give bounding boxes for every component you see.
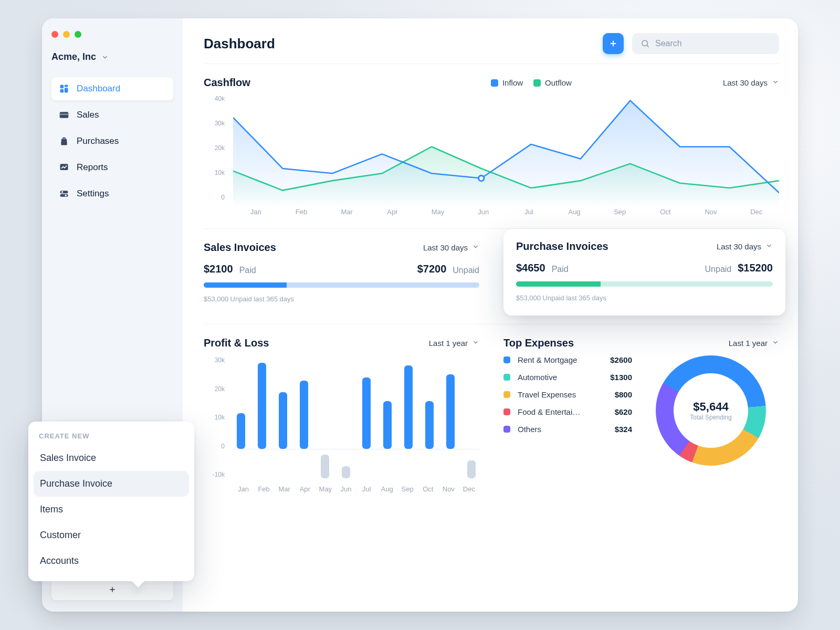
expense-label: Others	[518, 425, 607, 434]
cashflow-range[interactable]: Last 30 days	[723, 78, 779, 87]
expense-row: Food & Entertai…$620	[503, 407, 632, 416]
cashflow-title: Cashflow	[204, 77, 250, 89]
create-item-accounts[interactable]: Accounts	[34, 548, 189, 574]
chevron-down-icon	[772, 339, 779, 348]
expense-row: Automotive$1300	[503, 373, 632, 382]
sidebar-nav: DashboardSalesPurchasesReportsSettings	[51, 77, 173, 205]
sales-progress	[204, 282, 479, 288]
page-title: Dashboard	[204, 36, 275, 52]
sidebar-item-label: Dashboard	[77, 83, 120, 94]
expenses-donut: $5,644 Total Spending	[656, 355, 766, 466]
sidebar-item-label: Purchases	[77, 136, 119, 146]
minimize-icon[interactable]	[63, 31, 70, 38]
org-switcher[interactable]: Acme, Inc	[51, 51, 173, 62]
main-content: Dashboard Search Cashflow Inflow Outflow	[183, 18, 798, 612]
add-button[interactable]	[51, 579, 173, 600]
chevron-down-icon	[101, 54, 109, 61]
sidebar-bottom: CREATE NEW Sales InvoicePurchase Invoice…	[51, 572, 173, 600]
purchase-invoices-card: Purchase Invoices Last 30 days $4650 Pai…	[503, 229, 785, 316]
close-icon[interactable]	[51, 31, 58, 38]
expense-amount: $620	[615, 407, 632, 416]
sidebar-item-settings[interactable]: Settings	[51, 182, 173, 205]
search-icon	[640, 39, 650, 48]
bag-icon	[59, 136, 69, 146]
color-chip	[503, 356, 510, 363]
create-item-purchase-invoice[interactable]: Purchase Invoice	[34, 471, 189, 497]
chevron-down-icon	[765, 242, 773, 251]
top-expenses-card: Top Expenses Last 1 year Rent & Mortgage…	[503, 334, 779, 496]
org-name: Acme, Inc	[51, 51, 96, 62]
sidebar-item-label: Reports	[77, 162, 108, 173]
svg-point-17	[479, 175, 484, 181]
sidebar-item-reports[interactable]: Reports	[51, 156, 173, 179]
sidebar-item-label: Settings	[77, 188, 109, 199]
sidebar-item-dashboard[interactable]: Dashboard	[51, 77, 173, 100]
donut-total: $5,644	[693, 400, 728, 414]
expense-amount: $800	[615, 390, 632, 399]
sales-unpaid-amount: $7200	[417, 263, 447, 275]
purchase-title: Purchase Invoices	[516, 240, 608, 253]
sales-paid-label: Paid	[239, 266, 256, 275]
create-item-sales-invoice[interactable]: Sales Invoice	[34, 445, 189, 471]
expense-row: Rent & Mortgage$2600	[503, 355, 632, 364]
topbar: Dashboard Search	[204, 33, 779, 54]
sales-title: Sales Invoices	[204, 242, 276, 254]
sidebar: Acme, Inc DashboardSalesPurchasesReports…	[42, 18, 183, 612]
sales-paid-amount: $2100	[204, 263, 233, 275]
expenses-range[interactable]: Last 1 year	[729, 339, 779, 348]
expense-label: Rent & Mortgage	[518, 355, 603, 364]
sales-range[interactable]: Last 30 days	[423, 243, 479, 252]
color-chip	[503, 374, 510, 381]
color-chip	[503, 408, 510, 415]
expense-label: Travel Expenses	[518, 390, 607, 399]
expenses-title: Top Expenses	[503, 337, 574, 349]
expense-row: Others$324	[503, 425, 632, 434]
chevron-down-icon	[472, 243, 479, 252]
purchase-unpaid-amount: $15200	[738, 262, 773, 274]
svg-point-15	[642, 40, 648, 46]
new-button[interactable]	[603, 33, 624, 54]
expense-amount: $1300	[610, 373, 632, 382]
app-window: Acme, Inc DashboardSalesPurchasesReports…	[42, 18, 798, 612]
color-chip	[503, 426, 510, 433]
expense-row: Travel Expenses$800	[503, 390, 632, 399]
sidebar-item-label: Sales	[77, 110, 99, 120]
svg-rect-5	[60, 114, 69, 116]
divider	[204, 64, 779, 64]
sidebar-item-sales[interactable]: Sales	[51, 103, 173, 127]
search-input[interactable]: Search	[632, 33, 779, 54]
svg-rect-7	[60, 191, 68, 193]
card-icon	[59, 110, 69, 120]
svg-rect-9	[60, 194, 68, 197]
window-controls	[51, 31, 173, 38]
sidebar-item-purchases[interactable]: Purchases	[51, 130, 173, 153]
plus-icon	[108, 585, 117, 594]
create-item-items[interactable]: Items	[34, 497, 189, 522]
expense-amount: $324	[615, 425, 632, 434]
sales-note: $53,000 Unpaid last 365 days	[204, 295, 479, 303]
purchase-range[interactable]: Last 30 days	[717, 242, 773, 251]
create-popover: CREATE NEW Sales InvoicePurchase Invoice…	[28, 422, 194, 581]
create-item-customer[interactable]: Customer	[34, 522, 189, 548]
plus-icon	[608, 39, 618, 48]
purchase-note: $53,000 Unpaid last 365 days	[516, 294, 773, 302]
legend-inflow: Inflow	[491, 78, 523, 87]
svg-rect-2	[65, 88, 68, 92]
pnl-range[interactable]: Last 1 year	[429, 339, 479, 348]
legend-outflow: Outflow	[533, 78, 572, 87]
svg-rect-1	[65, 85, 68, 87]
cashflow-section: Cashflow Inflow Outflow Last 30 days 40k…	[204, 74, 779, 219]
pnl-title: Profit & Loss	[204, 337, 269, 349]
expense-label: Automotive	[518, 373, 603, 382]
sales-unpaid-label: Unpaid	[453, 266, 479, 275]
divider	[204, 324, 779, 324]
dashboard-icon	[59, 83, 69, 94]
purchase-paid-label: Paid	[552, 265, 569, 274]
maximize-icon[interactable]	[75, 31, 81, 38]
expense-label: Food & Entertai…	[518, 407, 607, 416]
purchase-paid-amount: $4650	[516, 262, 545, 274]
profit-loss-card: Profit & Loss Last 1 year 30k20k10k0-10k…	[204, 334, 479, 496]
svg-line-16	[647, 45, 648, 47]
color-chip	[503, 391, 510, 398]
sales-invoices-card: Sales Invoices Last 30 days $2100 Paid $…	[204, 238, 479, 306]
